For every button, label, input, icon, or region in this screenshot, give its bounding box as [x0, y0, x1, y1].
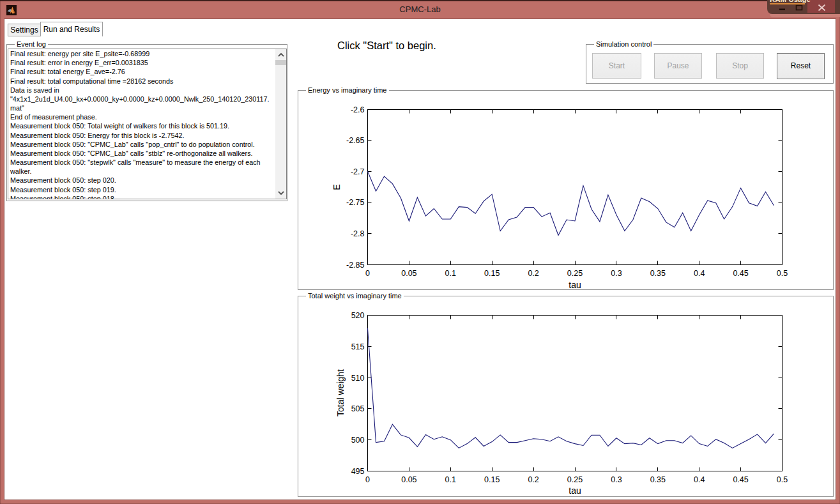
svg-text:495: 495 [351, 467, 365, 476]
svg-text:505: 505 [351, 404, 365, 413]
svg-text:0.05: 0.05 [401, 475, 416, 484]
svg-text:0.1: 0.1 [445, 269, 456, 278]
svg-text:0.4: 0.4 [694, 475, 705, 484]
svg-text:0.2: 0.2 [528, 475, 538, 484]
svg-text:0.5: 0.5 [777, 475, 788, 484]
svg-text:0.1: 0.1 [445, 475, 456, 484]
svg-text:-2.65: -2.65 [346, 136, 365, 145]
svg-text:515: 515 [351, 342, 365, 351]
svg-text:520: 520 [351, 311, 365, 320]
svg-text:500: 500 [351, 436, 365, 445]
svg-text:0: 0 [365, 269, 370, 278]
svg-text:-2.8: -2.8 [351, 229, 365, 238]
svg-text:0.3: 0.3 [611, 269, 622, 278]
svg-text:-2.7: -2.7 [351, 167, 365, 176]
svg-text:510: 510 [351, 374, 365, 383]
svg-text:0.45: 0.45 [733, 269, 748, 278]
svg-text:0.3: 0.3 [611, 475, 622, 484]
svg-text:-2.75: -2.75 [346, 198, 365, 207]
svg-text:0.4: 0.4 [694, 269, 705, 278]
svg-text:E: E [332, 184, 342, 190]
svg-text:0.25: 0.25 [567, 475, 583, 484]
svg-text:0.35: 0.35 [650, 475, 666, 484]
svg-text:0.25: 0.25 [567, 269, 583, 278]
svg-text:tau: tau [569, 485, 581, 496]
svg-text:tau: tau [569, 280, 581, 290]
svg-text:Total weight: Total weight [335, 369, 346, 416]
svg-text:0.2: 0.2 [528, 269, 538, 278]
svg-text:0.35: 0.35 [650, 269, 666, 278]
svg-text:-2.6: -2.6 [351, 105, 365, 114]
svg-text:0.45: 0.45 [733, 475, 748, 484]
svg-text:0: 0 [365, 475, 370, 484]
svg-text:0.5: 0.5 [777, 269, 788, 278]
svg-text:-2.85: -2.85 [346, 261, 365, 270]
svg-text:0.05: 0.05 [401, 269, 416, 278]
svg-text:0.15: 0.15 [484, 475, 500, 484]
svg-text:0.15: 0.15 [484, 269, 500, 278]
